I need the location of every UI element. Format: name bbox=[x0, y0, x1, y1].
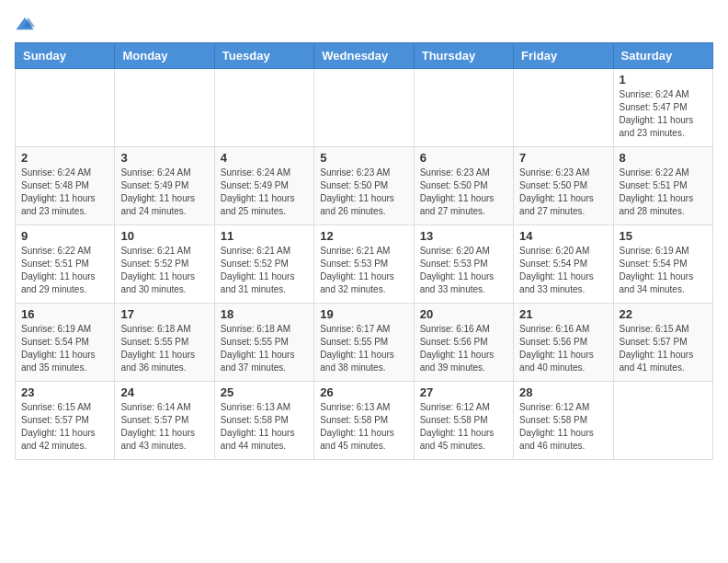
day-info: Sunrise: 6:16 AM Sunset: 5:56 PM Dayligh… bbox=[420, 323, 507, 374]
calendar-cell bbox=[314, 69, 414, 147]
day-number: 11 bbox=[221, 229, 308, 243]
day-number: 21 bbox=[519, 307, 607, 321]
day-number: 15 bbox=[620, 229, 707, 243]
weekday-header-wednesday: Wednesday bbox=[314, 43, 414, 69]
day-number: 25 bbox=[221, 385, 308, 399]
calendar-cell: 25Sunrise: 6:13 AM Sunset: 5:58 PM Dayli… bbox=[214, 382, 313, 460]
day-info: Sunrise: 6:22 AM Sunset: 5:51 PM Dayligh… bbox=[620, 167, 707, 218]
week-row-5: 23Sunrise: 6:15 AM Sunset: 5:57 PM Dayli… bbox=[16, 382, 713, 460]
week-row-1: 1Sunrise: 6:24 AM Sunset: 5:47 PM Daylig… bbox=[16, 69, 713, 147]
calendar-cell: 7Sunrise: 6:23 AM Sunset: 5:50 PM Daylig… bbox=[514, 147, 613, 225]
calendar-cell: 16Sunrise: 6:19 AM Sunset: 5:54 PM Dayli… bbox=[16, 304, 115, 382]
calendar-cell bbox=[514, 69, 613, 147]
day-number: 9 bbox=[21, 229, 108, 243]
calendar-cell: 22Sunrise: 6:15 AM Sunset: 5:57 PM Dayli… bbox=[613, 304, 712, 382]
day-number: 10 bbox=[120, 229, 208, 243]
calendar-cell: 9Sunrise: 6:22 AM Sunset: 5:51 PM Daylig… bbox=[16, 225, 115, 304]
day-number: 14 bbox=[519, 229, 607, 243]
day-number: 18 bbox=[221, 307, 308, 321]
day-info: Sunrise: 6:20 AM Sunset: 5:53 PM Dayligh… bbox=[420, 245, 507, 296]
day-number: 24 bbox=[120, 385, 208, 399]
day-number: 12 bbox=[320, 229, 407, 243]
day-info: Sunrise: 6:13 AM Sunset: 5:58 PM Dayligh… bbox=[320, 401, 407, 453]
calendar-cell bbox=[613, 382, 712, 460]
day-info: Sunrise: 6:23 AM Sunset: 5:50 PM Dayligh… bbox=[420, 167, 507, 218]
day-info: Sunrise: 6:18 AM Sunset: 5:55 PM Dayligh… bbox=[221, 323, 308, 374]
day-number: 28 bbox=[519, 385, 607, 399]
week-row-2: 2Sunrise: 6:24 AM Sunset: 5:48 PM Daylig… bbox=[16, 147, 713, 225]
day-info: Sunrise: 6:23 AM Sunset: 5:50 PM Dayligh… bbox=[519, 167, 607, 218]
calendar-cell: 2Sunrise: 6:24 AM Sunset: 5:48 PM Daylig… bbox=[16, 147, 115, 225]
day-info: Sunrise: 6:19 AM Sunset: 5:54 PM Dayligh… bbox=[21, 323, 108, 374]
weekday-header-monday: Monday bbox=[115, 43, 214, 69]
day-number: 20 bbox=[420, 307, 507, 321]
day-info: Sunrise: 6:24 AM Sunset: 5:49 PM Dayligh… bbox=[120, 167, 208, 218]
day-number: 1 bbox=[620, 73, 707, 86]
day-info: Sunrise: 6:14 AM Sunset: 5:57 PM Dayligh… bbox=[120, 401, 208, 453]
calendar-cell: 20Sunrise: 6:16 AM Sunset: 5:56 PM Dayli… bbox=[414, 304, 513, 382]
calendar-cell: 24Sunrise: 6:14 AM Sunset: 5:57 PM Dayli… bbox=[115, 382, 214, 460]
calendar-cell bbox=[214, 69, 313, 147]
weekday-header-tuesday: Tuesday bbox=[214, 43, 313, 69]
calendar-cell: 18Sunrise: 6:18 AM Sunset: 5:55 PM Dayli… bbox=[214, 304, 313, 382]
calendar-cell: 4Sunrise: 6:24 AM Sunset: 5:49 PM Daylig… bbox=[214, 147, 313, 225]
weekday-header-saturday: Saturday bbox=[613, 43, 712, 69]
day-info: Sunrise: 6:12 AM Sunset: 5:58 PM Dayligh… bbox=[519, 401, 607, 453]
day-info: Sunrise: 6:21 AM Sunset: 5:53 PM Dayligh… bbox=[320, 245, 407, 296]
weekday-header-thursday: Thursday bbox=[414, 43, 513, 69]
day-info: Sunrise: 6:18 AM Sunset: 5:55 PM Dayligh… bbox=[120, 323, 208, 374]
day-number: 19 bbox=[320, 307, 407, 321]
calendar-cell: 11Sunrise: 6:21 AM Sunset: 5:52 PM Dayli… bbox=[214, 225, 313, 304]
calendar-cell: 26Sunrise: 6:13 AM Sunset: 5:58 PM Dayli… bbox=[314, 382, 414, 460]
calendar-cell: 8Sunrise: 6:22 AM Sunset: 5:51 PM Daylig… bbox=[613, 147, 712, 225]
day-info: Sunrise: 6:16 AM Sunset: 5:56 PM Dayligh… bbox=[519, 323, 607, 374]
calendar-cell: 1Sunrise: 6:24 AM Sunset: 5:47 PM Daylig… bbox=[613, 69, 712, 147]
calendar-cell: 27Sunrise: 6:12 AM Sunset: 5:58 PM Dayli… bbox=[414, 382, 513, 460]
calendar-cell: 28Sunrise: 6:12 AM Sunset: 5:58 PM Dayli… bbox=[514, 382, 613, 460]
day-info: Sunrise: 6:24 AM Sunset: 5:47 PM Dayligh… bbox=[620, 88, 707, 140]
day-number: 5 bbox=[320, 151, 407, 165]
weekday-header-sunday: Sunday bbox=[16, 43, 115, 69]
calendar-cell: 23Sunrise: 6:15 AM Sunset: 5:57 PM Dayli… bbox=[16, 382, 115, 460]
calendar-cell: 19Sunrise: 6:17 AM Sunset: 5:55 PM Dayli… bbox=[314, 304, 414, 382]
day-number: 27 bbox=[420, 385, 507, 399]
calendar-cell: 6Sunrise: 6:23 AM Sunset: 5:50 PM Daylig… bbox=[414, 147, 513, 225]
logo bbox=[15, 15, 39, 35]
calendar-cell: 5Sunrise: 6:23 AM Sunset: 5:50 PM Daylig… bbox=[314, 147, 414, 225]
day-number: 26 bbox=[320, 385, 407, 399]
day-number: 8 bbox=[620, 151, 707, 165]
day-info: Sunrise: 6:15 AM Sunset: 5:57 PM Dayligh… bbox=[620, 323, 707, 374]
weekday-header-friday: Friday bbox=[514, 43, 613, 69]
calendar-cell bbox=[16, 69, 115, 147]
header bbox=[15, 15, 713, 35]
day-info: Sunrise: 6:20 AM Sunset: 5:54 PM Dayligh… bbox=[519, 245, 607, 296]
calendar-cell bbox=[414, 69, 513, 147]
generalblue-logo-icon bbox=[15, 15, 35, 35]
day-number: 23 bbox=[21, 385, 108, 399]
calendar-cell: 13Sunrise: 6:20 AM Sunset: 5:53 PM Dayli… bbox=[414, 225, 513, 304]
day-info: Sunrise: 6:21 AM Sunset: 5:52 PM Dayligh… bbox=[120, 245, 208, 296]
calendar-cell: 12Sunrise: 6:21 AM Sunset: 5:53 PM Dayli… bbox=[314, 225, 414, 304]
day-info: Sunrise: 6:17 AM Sunset: 5:55 PM Dayligh… bbox=[320, 323, 407, 374]
calendar-cell: 15Sunrise: 6:19 AM Sunset: 5:54 PM Dayli… bbox=[613, 225, 712, 304]
calendar-table: SundayMondayTuesdayWednesdayThursdayFrid… bbox=[15, 42, 713, 460]
calendar-cell: 17Sunrise: 6:18 AM Sunset: 5:55 PM Dayli… bbox=[115, 304, 214, 382]
day-number: 17 bbox=[120, 307, 208, 321]
day-number: 2 bbox=[21, 151, 108, 165]
day-info: Sunrise: 6:12 AM Sunset: 5:58 PM Dayligh… bbox=[420, 401, 507, 453]
calendar-cell: 3Sunrise: 6:24 AM Sunset: 5:49 PM Daylig… bbox=[115, 147, 214, 225]
weekday-header-row: SundayMondayTuesdayWednesdayThursdayFrid… bbox=[16, 43, 713, 69]
day-info: Sunrise: 6:24 AM Sunset: 5:48 PM Dayligh… bbox=[21, 167, 108, 218]
calendar-cell: 21Sunrise: 6:16 AM Sunset: 5:56 PM Dayli… bbox=[514, 304, 613, 382]
calendar-cell: 10Sunrise: 6:21 AM Sunset: 5:52 PM Dayli… bbox=[115, 225, 214, 304]
day-number: 16 bbox=[21, 307, 108, 321]
day-info: Sunrise: 6:21 AM Sunset: 5:52 PM Dayligh… bbox=[221, 245, 308, 296]
day-number: 7 bbox=[519, 151, 607, 165]
day-info: Sunrise: 6:13 AM Sunset: 5:58 PM Dayligh… bbox=[221, 401, 308, 453]
day-number: 13 bbox=[420, 229, 507, 243]
day-info: Sunrise: 6:23 AM Sunset: 5:50 PM Dayligh… bbox=[320, 167, 407, 218]
day-number: 6 bbox=[420, 151, 507, 165]
week-row-4: 16Sunrise: 6:19 AM Sunset: 5:54 PM Dayli… bbox=[16, 304, 713, 382]
day-number: 3 bbox=[120, 151, 208, 165]
day-number: 22 bbox=[620, 307, 707, 321]
